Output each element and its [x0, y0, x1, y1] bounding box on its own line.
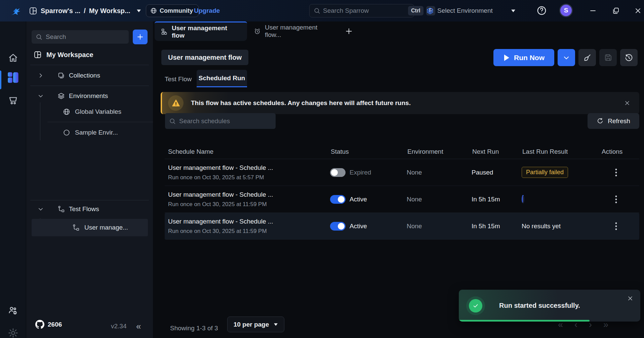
global-search: Ctrl F	[309, 4, 414, 17]
table-header: Schedule Name Status Environment Next Ru…	[165, 144, 639, 159]
global-search-input[interactable]	[323, 7, 405, 14]
sidebar-search-input[interactable]	[46, 33, 128, 41]
status-toggle[interactable]	[330, 168, 346, 177]
marketplace-cart-icon[interactable]	[0, 95, 26, 105]
environment-value: None	[407, 169, 472, 176]
home-icon[interactable]	[0, 52, 26, 63]
window-restore-button[interactable]	[612, 7, 620, 15]
refresh-button[interactable]: Refresh	[588, 113, 639, 129]
warning-icon	[168, 95, 184, 111]
sidebar-item-global-variables[interactable]: Global Variables	[63, 103, 121, 120]
schedule-search-input[interactable]	[179, 117, 272, 125]
search-icon	[169, 118, 176, 125]
tab-label: User management flow...	[265, 24, 332, 39]
status-toggle[interactable]	[330, 222, 346, 231]
github-count: 2606	[48, 321, 62, 328]
clear-flow-button[interactable]	[578, 49, 596, 66]
search-icon	[314, 7, 320, 14]
run-actions: Run Now	[493, 49, 638, 66]
schedule-name: User management flow - Schedule ...	[168, 218, 330, 225]
run-options-dropdown-button[interactable]	[558, 49, 575, 66]
row-actions-kebab-icon[interactable]	[615, 195, 617, 204]
settings-gear-icon[interactable]	[0, 328, 26, 338]
banner-message: This flow has active schedules. Any chan…	[191, 99, 411, 107]
activity-rail	[0, 21, 26, 338]
table-row: User management flow - Schedule ... Run …	[165, 213, 639, 240]
result-loading-spinner	[522, 195, 524, 203]
schedule-detail: Run once on Oct 30, 2025 at 11:59 PM	[168, 201, 330, 208]
collapse-sidebar-icon[interactable]: «	[136, 321, 141, 332]
environment-selector[interactable]: Select Environment	[426, 0, 516, 21]
sidebar-item-collections[interactable]: Collections	[38, 65, 100, 86]
tab-user-management-flow[interactable]: User management flow	[155, 21, 247, 41]
status-label: Expired	[350, 169, 371, 176]
row-actions-kebab-icon[interactable]	[615, 168, 617, 177]
save-button[interactable]	[599, 49, 617, 66]
workspace-sidebar: My Workspace Collections Environments Gl…	[26, 21, 153, 338]
status-label: Active	[350, 223, 367, 230]
result-value: No results yet	[522, 223, 601, 230]
window-close-button[interactable]	[634, 7, 642, 15]
environment-value: None	[407, 196, 472, 203]
chevron-down-icon[interactable]	[38, 93, 44, 99]
toast-progress-bar	[459, 320, 590, 322]
sidebar-item-sample-environment[interactable]: Sample Envir...	[63, 124, 118, 141]
tab-label: User management flow	[172, 25, 241, 39]
sidebar-item-user-management-flow[interactable]: User manage...	[32, 219, 148, 236]
help-icon[interactable]	[536, 5, 547, 16]
subtab-test-flow[interactable]: Test Flow	[165, 70, 192, 88]
next-run-value: Paused	[472, 169, 522, 176]
divider	[47, 122, 153, 122]
status-label: Active	[350, 196, 367, 203]
active-schedules-banner: This flow has active schedules. Any chan…	[161, 92, 639, 114]
sidebar-search	[32, 30, 129, 44]
chevron-down-icon[interactable]	[38, 206, 44, 212]
toast-close-icon[interactable]	[627, 295, 634, 302]
sidebar-item-environments[interactable]: Environments	[38, 86, 108, 106]
community-feedback-icon[interactable]	[0, 305, 26, 316]
new-tab-plus-icon[interactable]	[345, 27, 353, 36]
chevron-right-icon[interactable]	[38, 73, 44, 79]
tab-user-management-flow-scheduled[interactable]: User management flow...	[248, 21, 338, 41]
layers-icon	[426, 7, 434, 15]
next-run-value: In 5h 15m	[472, 223, 522, 230]
workspace-breadcrumb[interactable]: Sparrow's ... / My Worksp...	[29, 0, 141, 21]
subtab-scheduled-run[interactable]: Scheduled Run	[197, 70, 247, 87]
status-toggle[interactable]	[330, 195, 346, 204]
breadcrumb-workspace-name: My Worksp...	[89, 7, 130, 15]
next-run-value: In 5h 15m	[472, 196, 522, 203]
window-minimize-button[interactable]	[589, 7, 597, 15]
sparrow-logo-icon	[9, 5, 22, 17]
table-row: User management flow - Schedule ... Run …	[165, 159, 639, 186]
github-stars[interactable]: 2606	[35, 320, 62, 329]
schedule-search	[165, 113, 276, 129]
success-check-icon	[469, 299, 482, 312]
per-page-select[interactable]: 10 per page	[227, 317, 284, 332]
add-new-button[interactable]	[133, 30, 148, 44]
col-status: Status	[330, 148, 407, 155]
community-button[interactable]: Community	[146, 4, 199, 17]
environment-caret-icon	[511, 9, 516, 13]
sidebar-item-test-flows[interactable]: Test Flows	[38, 200, 99, 218]
workspace-icon	[29, 7, 37, 15]
banner-close-icon[interactable]	[624, 100, 631, 106]
layers-icon	[57, 92, 65, 100]
success-toast: Run started successfully.	[459, 290, 640, 322]
flow-icon	[72, 224, 80, 231]
workspace-grid-icon[interactable]	[0, 71, 26, 84]
upgrade-link[interactable]: Upgrade	[194, 7, 220, 14]
sidebar-workspace-title[interactable]: My Workspace	[34, 50, 93, 60]
user-avatar[interactable]: S	[559, 4, 573, 17]
breadcrumb-separator: /	[84, 7, 86, 15]
refresh-icon	[597, 117, 604, 125]
col-environment: Environment	[407, 148, 472, 155]
run-now-button[interactable]: Run Now	[493, 49, 554, 66]
breadcrumb-caret-icon[interactable]	[136, 9, 141, 13]
breadcrumb-hub-name: Sparrow's ...	[41, 7, 80, 15]
history-button[interactable]	[620, 49, 638, 66]
row-actions-kebab-icon[interactable]	[615, 222, 617, 231]
community-label: Community	[160, 7, 193, 14]
caret-down-icon	[274, 323, 278, 326]
environment-circle-icon	[63, 129, 70, 136]
schedule-detail: Run once on Oct 30, 2025 at 5:57 PM	[168, 174, 330, 181]
